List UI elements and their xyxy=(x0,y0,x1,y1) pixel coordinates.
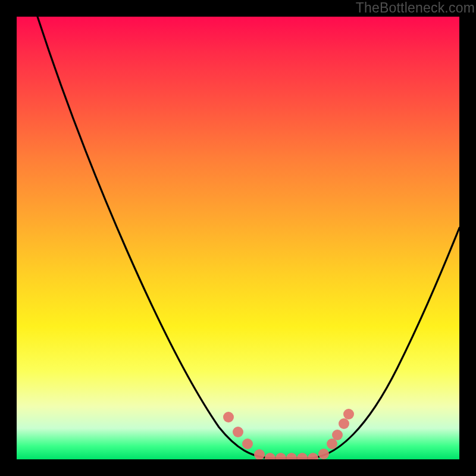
svg-point-2 xyxy=(242,439,253,449)
plot-area xyxy=(17,17,459,459)
svg-point-7 xyxy=(297,453,308,459)
curve-right xyxy=(311,228,459,458)
svg-point-11 xyxy=(332,430,343,440)
svg-point-1 xyxy=(233,427,243,437)
watermark-text: TheBottleneck.com xyxy=(356,0,475,16)
svg-point-3 xyxy=(254,449,265,459)
svg-point-4 xyxy=(265,453,275,459)
svg-point-6 xyxy=(286,453,297,459)
svg-point-0 xyxy=(223,412,234,422)
svg-point-12 xyxy=(339,418,349,429)
svg-point-8 xyxy=(308,453,318,459)
chart-frame: TheBottleneck.com xyxy=(0,0,476,476)
curve-overlay xyxy=(17,17,459,459)
marker-dots xyxy=(223,409,354,459)
svg-point-13 xyxy=(343,409,354,419)
svg-point-9 xyxy=(318,449,329,459)
curve-left xyxy=(37,17,273,458)
svg-point-10 xyxy=(327,439,337,449)
svg-point-5 xyxy=(275,453,286,459)
